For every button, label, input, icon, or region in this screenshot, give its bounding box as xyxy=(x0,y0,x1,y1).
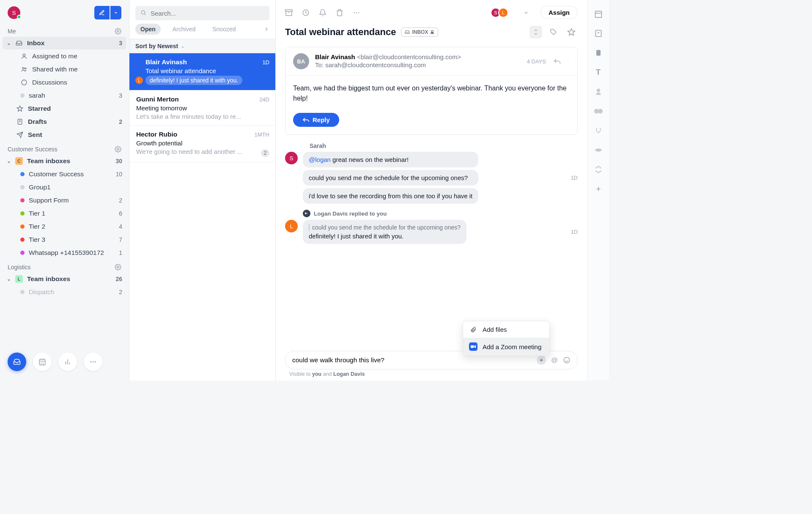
list-tab[interactable]: Snoozed xyxy=(207,24,241,35)
comment-time: 1D xyxy=(571,175,578,181)
analytics-fab[interactable] xyxy=(58,353,77,371)
zoom-icon xyxy=(469,342,477,351)
svg-point-15 xyxy=(356,12,357,13)
svg-point-7 xyxy=(117,266,119,268)
nav-label: Support Form xyxy=(29,197,115,204)
gear-icon[interactable] xyxy=(115,146,121,153)
gear-icon[interactable] xyxy=(115,28,121,35)
emoji-icon[interactable] xyxy=(563,356,571,364)
archive-icon[interactable] xyxy=(285,9,293,16)
reply-icon[interactable] xyxy=(554,58,560,65)
rail-text-icon[interactable]: T xyxy=(594,68,603,77)
nav-label: Whatsapp +14155390172 xyxy=(29,249,115,257)
popover-item[interactable]: Add files xyxy=(463,321,549,338)
popover-label: Add a Zoom meeting xyxy=(483,343,541,350)
svg-point-17 xyxy=(569,61,569,61)
more-fab[interactable] xyxy=(84,353,102,371)
bell-icon[interactable] xyxy=(319,9,326,16)
more-icon[interactable] xyxy=(353,9,360,16)
commenter-avatar: S xyxy=(285,152,298,164)
nav-item[interactable]: Tier 16 xyxy=(3,207,126,220)
attach-button[interactable] xyxy=(537,355,546,365)
nav-item[interactable]: sarah3 xyxy=(3,89,126,102)
svg-point-28 xyxy=(598,109,603,114)
list-tab[interactable]: Archived xyxy=(167,24,200,35)
compose-button[interactable] xyxy=(94,6,110,19)
presence-dot xyxy=(17,15,21,19)
nav-item[interactable]: ⌄LTeam inboxes26 xyxy=(3,273,126,285)
nav-label: Assigned to me xyxy=(32,52,118,60)
calendar-fab[interactable]: 31 xyxy=(33,353,52,371)
reply-icon-chip xyxy=(303,210,310,217)
inbox-fab[interactable] xyxy=(8,353,26,371)
sort-row[interactable]: Sort by Newest ⌄ xyxy=(129,39,275,53)
nav-item[interactable]: Tier 24 xyxy=(3,220,126,233)
mention[interactable]: @logan xyxy=(309,156,331,163)
reply-button[interactable]: Reply xyxy=(293,113,339,127)
msg-subject: Total webinar attendance xyxy=(145,67,269,74)
popover-item[interactable]: Add a Zoom meeting xyxy=(463,338,549,355)
list-tab[interactable]: Open xyxy=(135,24,161,35)
msg-from: Hector Rubio xyxy=(136,131,177,138)
nav-item[interactable]: ⌄CTeam inboxes30 xyxy=(3,155,126,167)
trash-icon[interactable] xyxy=(336,9,343,16)
nav-label: Inbox xyxy=(27,39,115,47)
rail-user-icon[interactable] xyxy=(594,48,603,57)
inbox-tag[interactable]: INBOX xyxy=(401,27,438,37)
nav-item[interactable]: Starred xyxy=(3,102,126,115)
message-item[interactable]: Gunni Merton24DMeeting tomorrowLet's tak… xyxy=(129,90,275,126)
svg-rect-20 xyxy=(471,345,474,348)
rail-contacts-icon[interactable] xyxy=(594,29,603,38)
email-header: BA Blair Avinash <blair@cloudcontentcons… xyxy=(285,47,577,76)
message-item[interactable]: LBlair Avinash1DTotal webinar attendance… xyxy=(129,53,275,90)
nav-item[interactable]: Customer Success10 xyxy=(3,168,126,180)
snooze-icon[interactable] xyxy=(302,9,310,16)
rail-app4-icon[interactable] xyxy=(594,145,603,155)
chevron-right-icon[interactable] xyxy=(263,26,269,32)
expand-icon[interactable] xyxy=(529,26,542,38)
rail-app5-icon[interactable] xyxy=(594,165,603,174)
nav-item[interactable]: Tier 37 xyxy=(3,233,126,246)
nav-item[interactable]: Support Form2 xyxy=(3,194,126,207)
nav-count: 3 xyxy=(119,92,122,99)
email-more-icon[interactable] xyxy=(568,58,570,65)
dots-icon xyxy=(89,358,97,366)
message-item[interactable]: Hector Rubio1MTHGrowth potentialWe're go… xyxy=(129,126,275,162)
nav-item[interactable]: Shared with me xyxy=(3,63,126,76)
user-avatar[interactable]: S xyxy=(8,6,20,19)
search-input[interactable] xyxy=(135,6,269,20)
nav-item[interactable]: Dispatch2 xyxy=(3,286,126,298)
rail-calendar-icon[interactable] xyxy=(594,9,603,19)
nav-item[interactable]: ⌄Inbox3 xyxy=(3,37,126,49)
nav-item[interactable]: Sent xyxy=(3,128,126,141)
nav-item[interactable]: Discussions xyxy=(3,76,126,89)
svg-rect-25 xyxy=(596,50,601,55)
nav-item[interactable]: Whatsapp +141553901721 xyxy=(3,246,126,259)
comment-bubble: @logan great news on the webinar! xyxy=(303,152,478,167)
color-dot-icon xyxy=(20,290,25,294)
svg-point-0 xyxy=(117,30,119,32)
chat-icon xyxy=(20,79,28,86)
composer-input[interactable] xyxy=(292,356,532,364)
star-icon[interactable] xyxy=(565,26,578,38)
rail-app3-icon[interactable] xyxy=(594,126,603,135)
rail-app2-icon[interactable] xyxy=(594,107,603,116)
rail-add-icon[interactable] xyxy=(594,184,603,194)
nav-item[interactable]: Group1 xyxy=(3,181,126,194)
nav-count: 3 xyxy=(119,40,122,46)
nav-label: Team inboxes xyxy=(27,275,111,283)
nav-item[interactable]: Assigned to me xyxy=(3,50,126,63)
tag-icon[interactable] xyxy=(547,26,560,38)
compose-dropdown[interactable] xyxy=(110,6,121,19)
assign-button[interactable]: Assign xyxy=(540,6,578,19)
rail-app1-icon[interactable] xyxy=(594,87,603,96)
gear-icon[interactable] xyxy=(115,264,121,271)
nav-item[interactable]: Drafts2 xyxy=(3,115,126,128)
color-dot-icon xyxy=(20,251,25,255)
assignees-dropdown[interactable] xyxy=(524,10,529,15)
assignees[interactable]: SL xyxy=(493,8,508,18)
nav-count: 10 xyxy=(115,171,122,178)
color-dot-icon xyxy=(20,198,25,202)
mention-icon[interactable]: @ xyxy=(551,356,558,364)
svg-rect-22 xyxy=(595,11,601,17)
